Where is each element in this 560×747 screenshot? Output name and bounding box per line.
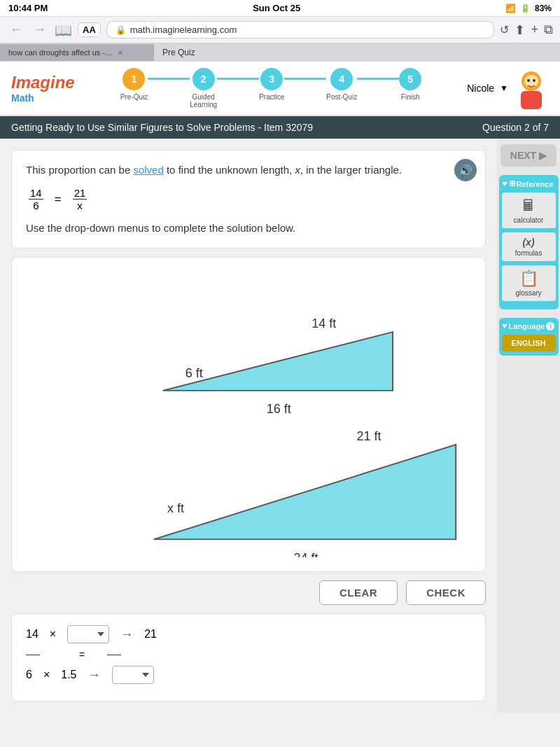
main-content: 🔊 This proportion can be solved to find … bbox=[0, 139, 560, 713]
next-button[interactable]: NEXT ▶ bbox=[500, 144, 556, 167]
browser-chrome: ← → 📖 AA 🔒 math.imaginelearning.com ↺ ⬆ … bbox=[0, 17, 560, 43]
step-1-label: Pre-Quiz bbox=[120, 93, 148, 101]
tabs-button[interactable]: ⧉ bbox=[544, 22, 553, 37]
tab-bar: how can droughts affect us - Google Sear… bbox=[0, 43, 560, 62]
fraction-1: 14 6 bbox=[29, 187, 43, 211]
t2-top-label: 21 ft bbox=[357, 429, 382, 443]
action-buttons: CLEAR CHECK bbox=[11, 580, 486, 605]
calculator-label: calculator bbox=[514, 216, 544, 224]
row2-value: 1.5 bbox=[61, 669, 76, 681]
check-button[interactable]: CHECK bbox=[406, 580, 486, 605]
text-size-button[interactable]: AA bbox=[78, 22, 101, 37]
instruction-text: Use the drop-down menus to complete the … bbox=[26, 220, 471, 237]
battery-icon: 🔋 bbox=[520, 4, 531, 13]
formulas-icon: (x) bbox=[522, 237, 534, 248]
dropdown-icon[interactable]: ▼ bbox=[500, 83, 508, 93]
fraction-2: 21 x bbox=[73, 187, 88, 211]
solution-row-1: 14 × 1.5 2 3 6 9 → 21 bbox=[26, 625, 471, 643]
t1-left-label: 6 ft bbox=[186, 366, 203, 380]
bookmarks-icon: 📖 bbox=[55, 22, 72, 39]
step-line-2 bbox=[217, 78, 259, 80]
wifi-icon: 📶 bbox=[505, 4, 516, 13]
reference-header: ⊞ Reference bbox=[502, 179, 556, 188]
next-label: NEXT bbox=[510, 150, 536, 161]
step-1-circle: 1 bbox=[122, 68, 145, 90]
share-button[interactable]: ⬆ bbox=[514, 22, 525, 38]
step-2-circle: 2 bbox=[192, 68, 215, 90]
row2-multiply: × bbox=[43, 669, 50, 681]
forward-button[interactable]: → bbox=[31, 22, 49, 37]
divider-row: = bbox=[26, 649, 471, 660]
formulas-label: formulas bbox=[515, 249, 542, 257]
add-tab-button[interactable]: + bbox=[531, 22, 538, 37]
step-line-4 bbox=[357, 78, 399, 80]
english-button[interactable]: ENGLISH bbox=[502, 335, 556, 351]
solved-link[interactable]: solved bbox=[133, 164, 163, 176]
step-2-label: GuidedLearning bbox=[190, 93, 217, 109]
clear-button[interactable]: CLEAR bbox=[319, 580, 398, 605]
back-button[interactable]: ← bbox=[7, 22, 25, 37]
svg-point-2 bbox=[524, 75, 538, 88]
language-header: Language i bbox=[502, 322, 556, 330]
divider-2 bbox=[107, 655, 121, 660]
variable: x bbox=[295, 164, 300, 176]
user-name: Nicole bbox=[467, 83, 494, 94]
row1-right: 21 bbox=[144, 628, 157, 641]
spacer bbox=[51, 649, 57, 660]
glossary-label: glossary bbox=[515, 289, 541, 297]
fraction-2-den: x bbox=[76, 200, 84, 211]
logo: Imagine Math bbox=[11, 73, 75, 104]
step-line-3 bbox=[284, 78, 326, 80]
fraction-1-den: 6 bbox=[31, 200, 40, 211]
text-end: , in the larger triangle. bbox=[300, 164, 402, 176]
svg-marker-6 bbox=[154, 445, 456, 539]
reload-button[interactable]: ↺ bbox=[500, 23, 509, 36]
status-date: Sun Oct 25 bbox=[253, 3, 300, 13]
tab-prequiz[interactable]: Pre Quiz bbox=[154, 43, 294, 62]
language-section: Language i ENGLISH bbox=[499, 318, 559, 356]
logo-math: Math bbox=[11, 92, 75, 104]
svg-rect-1 bbox=[521, 91, 542, 109]
row1-multiply: × bbox=[50, 628, 56, 641]
step-5-label: Finish bbox=[401, 93, 420, 101]
tab-google[interactable]: how can droughts affect us - Google Sear… bbox=[0, 44, 154, 61]
svg-point-3 bbox=[527, 79, 530, 82]
svg-marker-5 bbox=[163, 332, 393, 391]
equals-sign: = bbox=[55, 193, 62, 207]
avatar bbox=[514, 67, 549, 109]
question-text: This proportion can be solved to find th… bbox=[26, 162, 471, 179]
step-3: 3 Practice bbox=[259, 68, 284, 101]
question-banner: Getting Ready to Use Similar Figures to … bbox=[0, 116, 560, 139]
step-5: 5 Finish bbox=[399, 68, 421, 101]
battery-percent: 83% bbox=[535, 4, 552, 13]
row2-dropdown[interactable]: 9 21 24 36 bbox=[112, 666, 154, 684]
row1-arrow: → bbox=[120, 627, 133, 642]
row1-dropdown[interactable]: 1.5 2 3 6 9 bbox=[67, 625, 109, 643]
t1-top-label: 14 ft bbox=[312, 316, 336, 330]
reference-section: ⊞ Reference 🖩 calculator (x) formulas 📋 … bbox=[499, 175, 559, 309]
t2-bottom-label: 24 ft bbox=[293, 551, 318, 558]
solution-card: 14 × 1.5 2 3 6 9 → 21 = bbox=[11, 613, 486, 701]
info-icon: i bbox=[546, 322, 554, 330]
step-4-circle: 4 bbox=[330, 68, 353, 90]
reference-label: Reference bbox=[517, 180, 554, 188]
t2-left-label: x ft bbox=[167, 501, 184, 515]
step-2: 2 GuidedLearning bbox=[190, 68, 217, 109]
address-bar[interactable]: 🔒 math.imaginelearning.com bbox=[106, 21, 495, 39]
user-area: Nicole ▼ bbox=[467, 67, 549, 109]
progress-bar: 1 Pre-Quiz 2 GuidedLearning 3 Practice 4… bbox=[89, 68, 454, 109]
glossary-tool[interactable]: 📋 glossary bbox=[502, 265, 556, 301]
audio-button[interactable]: 🔊 bbox=[454, 159, 477, 181]
step-3-label: Practice bbox=[259, 93, 284, 101]
calculator-tool[interactable]: 🖩 calculator bbox=[502, 193, 556, 228]
solution-row-2: 6 × 1.5 → 9 21 24 36 bbox=[26, 666, 471, 684]
status-bar: 10:44 PM Sun Oct 25 📶 🔋 83% bbox=[0, 0, 560, 17]
language-collapse-icon bbox=[502, 324, 507, 328]
text-after: to find the unknown length, bbox=[164, 164, 295, 176]
fraction-1-num: 14 bbox=[29, 187, 43, 200]
formulas-tool[interactable]: (x) formulas bbox=[502, 232, 556, 261]
diagram-svg: 6 ft 14 ft 16 ft x ft 21 ft 24 ft bbox=[23, 269, 474, 557]
row1-left: 14 bbox=[26, 628, 38, 641]
equals-row: = bbox=[68, 649, 96, 660]
tab-close-button[interactable]: ✕ bbox=[118, 49, 123, 57]
